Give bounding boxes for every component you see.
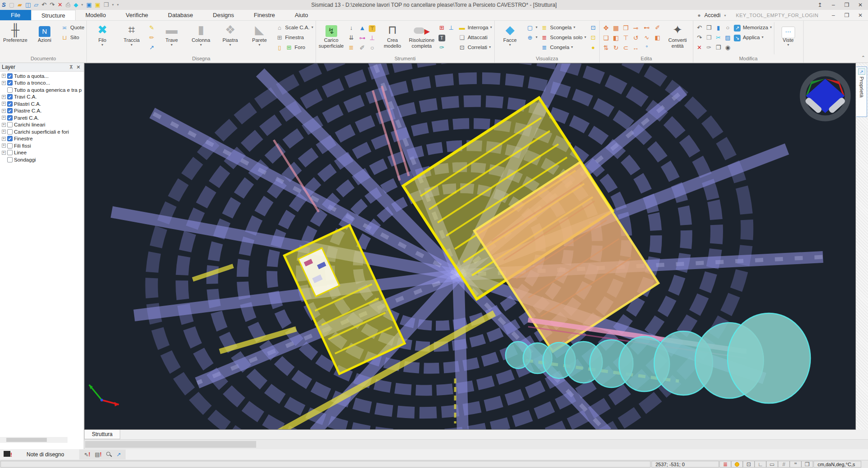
rotate-icon[interactable]: ↺ <box>631 33 641 43</box>
knife-tool-icon[interactable]: ✐ <box>357 43 367 53</box>
load-list-button[interactable]: ≣ <box>347 43 356 52</box>
cleanup-brush-icon[interactable]: ✑ <box>705 44 713 51</box>
folder-icon[interactable]: ▱ <box>34 1 38 9</box>
extend-icon[interactable]: ↔ <box>631 43 641 53</box>
new-file-icon[interactable]: ▢ <box>9 1 14 9</box>
search-notes-icon[interactable] <box>106 452 112 458</box>
hide-selection-button[interactable]: ⊡ <box>588 33 598 42</box>
tab-finestre[interactable]: Finestre <box>244 10 285 20</box>
copy-props-button[interactable]: ◧ <box>653 33 662 42</box>
tab-designs[interactable]: Designs <box>203 10 244 20</box>
scale-ca-button[interactable]: ⌂ Scale C.A. ▾ <box>275 23 314 32</box>
status-add-selection-icon[interactable]: ⊡ <box>743 461 755 468</box>
selection-hidden-icon[interactable]: ▣ <box>95 1 100 9</box>
horizontal-scrollbar[interactable] <box>84 440 868 449</box>
brush-tool-button[interactable]: ✑ <box>437 43 456 52</box>
layer-row[interactable]: Tutto a quota generica e tra p <box>0 86 84 94</box>
redo-icon[interactable]: ↷ <box>50 1 54 9</box>
units-field[interactable]: cm,daN,deg,°C,s <box>814 461 861 468</box>
save-icon[interactable]: ◫ <box>25 1 31 9</box>
tab-file[interactable]: File <box>0 10 31 20</box>
text-tool-button[interactable]: T <box>437 33 456 42</box>
layer-row[interactable]: +✔Piastre C.A. <box>0 108 84 115</box>
load-line-button[interactable]: ⇊ <box>347 33 356 42</box>
parete-button[interactable]: ◣ Parete▾ <box>245 22 273 54</box>
3d-viewport[interactable] <box>84 63 856 430</box>
layer-panel-scrollbar[interactable] <box>0 437 68 443</box>
import-view-icon[interactable]: ↘ <box>733 34 741 41</box>
pencil-edit-button[interactable]: ✏ <box>147 33 156 42</box>
trave-button[interactable]: ▬ Trave▾ <box>158 22 185 54</box>
scroll-thumb[interactable] <box>85 441 256 448</box>
stretch-icon[interactable]: ⊸ <box>631 23 641 33</box>
close-panel-icon[interactable]: ✕ <box>75 64 82 70</box>
load-point-button[interactable]: ↓ <box>347 23 356 32</box>
lamp-button[interactable]: ● <box>588 43 598 52</box>
status-windows-icon[interactable]: ❐ <box>801 461 813 468</box>
child-restore-icon[interactable]: ❐ <box>842 12 852 18</box>
anchor-icon[interactable]: ⊥ <box>448 24 455 32</box>
layer-checkbox[interactable]: ✔ <box>7 136 13 141</box>
join-button[interactable]: ⊷ <box>642 23 651 32</box>
pin-window-icon[interactable]: ↥ <box>813 0 827 10</box>
layer-row[interactable]: +✔Travi C.A. <box>0 94 84 101</box>
pin-icon[interactable]: ⊼ <box>68 64 75 70</box>
status-grid-icon[interactable]: # <box>778 461 790 468</box>
tab-database[interactable]: Database <box>158 10 203 20</box>
tab-verifiche[interactable]: Verifiche <box>116 10 158 20</box>
app-logo-icon[interactable]: S <box>2 1 6 9</box>
carico-superficiale-button[interactable]: ↯ Carico superficiale <box>317 22 345 54</box>
selection-visible-icon[interactable]: ▣ <box>86 1 91 9</box>
tab-struttura[interactable]: Struttura <box>84 430 120 439</box>
traccia-button[interactable]: ⌗ Traccia▾ <box>118 22 145 54</box>
foro-button[interactable]: ▯ ⊞ Foro <box>275 43 314 52</box>
layer-row[interactable]: +Carichi lineari <box>0 122 84 129</box>
annotation-button[interactable]: ↗ <box>147 43 156 52</box>
view-box-button[interactable]: ▢ ▾ <box>525 23 538 32</box>
window-dropdown-icon[interactable]: ▾ <box>112 1 114 9</box>
annotate-notes-icon[interactable]: ↗ <box>117 451 121 458</box>
tab-structure[interactable]: Structure <box>31 10 76 20</box>
camera-icon[interactable]: ◉ <box>724 44 732 51</box>
applica-button[interactable]: Applica <box>743 35 760 40</box>
layer-checkbox[interactable]: ✔ <box>7 101 13 107</box>
select-rect-icon[interactable]: ❒ <box>705 24 713 32</box>
layer-checkbox[interactable] <box>7 129 13 135</box>
finestra-button[interactable]: ⊞ Finestra <box>275 33 314 42</box>
child-close-icon[interactable]: ✕ <box>855 12 865 18</box>
azioni-button[interactable]: N Azioni <box>31 22 59 54</box>
restore-icon[interactable]: ❐ <box>840 0 854 10</box>
viste-button[interactable]: ⋯ Viste▾ <box>774 22 802 54</box>
qat-overflow-icon[interactable]: ▾ <box>117 1 119 9</box>
scongela-button[interactable]: ≣ Scongela▾ <box>540 23 587 32</box>
layer-checkbox[interactable]: ✔ <box>7 73 13 79</box>
move-icon[interactable]: ✥ <box>601 23 611 33</box>
tab-modello[interactable]: Modello <box>76 10 116 20</box>
open-folder-icon[interactable]: ▰ <box>18 1 22 9</box>
document-warning-icon[interactable]: ▤! <box>95 451 101 458</box>
redo-edit-icon[interactable]: ↷ <box>696 34 703 41</box>
colonna-button[interactable]: ▮ Colonna▾ <box>187 22 215 54</box>
3d-model-canvas[interactable] <box>85 63 855 429</box>
layer-checkbox[interactable] <box>7 157 13 162</box>
snap-diamond-icon[interactable]: ◆ <box>73 1 78 9</box>
preferenze-button[interactable]: ╫ Preferenze <box>1 22 29 54</box>
layer-checkbox[interactable]: ✔ <box>7 80 13 86</box>
ellipse-tool-icon[interactable]: ○ <box>367 43 377 53</box>
crea-modello-button[interactable]: ⊓ Crea modello <box>379 22 407 54</box>
layer-row[interactable]: +✔Tutto a tronco... <box>0 80 84 87</box>
layer-checkbox[interactable] <box>7 122 13 127</box>
print-icon[interactable]: ⎙ <box>66 1 70 9</box>
login-dropdown-icon[interactable]: ▾ <box>724 14 726 18</box>
curve-icon[interactable]: ⊂ <box>621 43 631 53</box>
rotate-axis-icon[interactable]: ↻ <box>611 43 621 53</box>
memorizza-button[interactable]: Memorizza <box>743 25 768 30</box>
undo-icon[interactable]: ↶ <box>41 1 46 9</box>
undo-edit-icon[interactable]: ↶ <box>696 24 703 32</box>
converti-entita-button[interactable]: ✦ Converti entità <box>664 22 692 54</box>
hammer-tool-icon[interactable]: ⊤ <box>367 23 377 33</box>
tee-tool-icon[interactable]: ⊥ <box>367 33 377 43</box>
correlati-button[interactable]: ⊡ Correlati▾ <box>457 43 493 52</box>
layer-row[interactable]: +Linee <box>0 149 84 157</box>
attaccati-button[interactable]: ❏ Attaccati <box>457 33 493 42</box>
